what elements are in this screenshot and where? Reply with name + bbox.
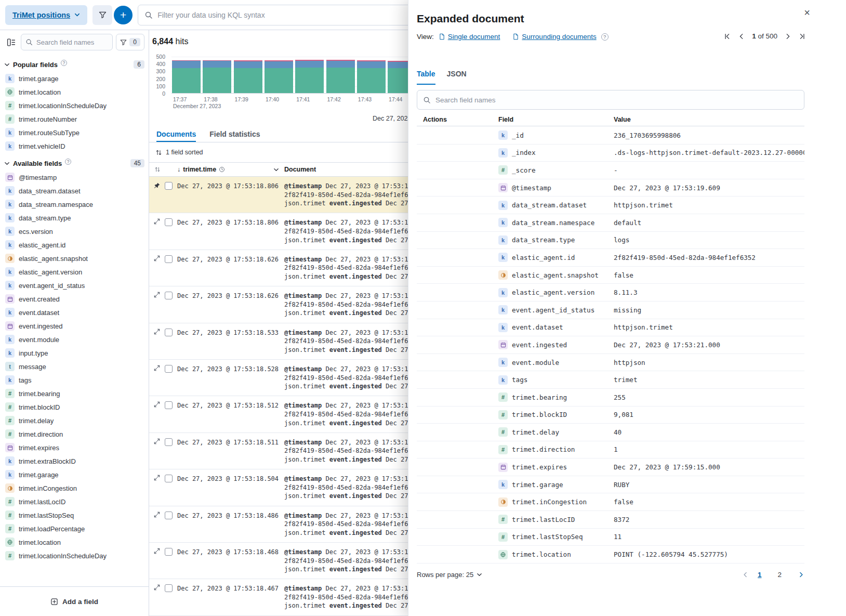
field-item-trimet.locationInScheduleDay[interactable]: #trimet.locationInScheduleDay: [0, 99, 149, 112]
field-item-trimet.bearing[interactable]: #trimet.bearing: [0, 387, 149, 400]
expand-document-icon[interactable]: [154, 401, 161, 409]
histogram-bar[interactable]: [295, 60, 324, 93]
field-item-trimet.lastStopSeq[interactable]: #trimet.lastStopSeq: [0, 508, 149, 522]
histogram-bar[interactable]: [234, 60, 262, 93]
field-item-event.dataset[interactable]: kevent.dataset: [0, 306, 149, 319]
field-item-input.type[interactable]: kinput.type: [0, 346, 149, 360]
keyword-icon: k: [498, 201, 508, 210]
help-icon[interactable]: ?: [601, 33, 609, 41]
expand-document-icon[interactable]: [154, 218, 161, 226]
add-filter-button[interactable]: +: [114, 6, 133, 24]
field-item-trimet.delay[interactable]: #trimet.delay: [0, 414, 149, 427]
rows-per-page-button[interactable]: Rows per page: 25: [417, 571, 482, 579]
field-item-elastic_agent.version[interactable]: kelastic_agent.version: [0, 265, 149, 279]
field-item-trimet.location[interactable]: trimet.location: [0, 535, 149, 549]
field-item-trimet.vehicleID[interactable]: ktrimet.vehicleID: [0, 139, 149, 153]
row-checkbox[interactable]: [165, 365, 173, 373]
field-item-event.agent_id_status[interactable]: kevent.agent_id_status: [0, 279, 149, 292]
row-checkbox[interactable]: [165, 292, 173, 299]
field-item-trimet.garage[interactable]: ktrimet.garage: [0, 468, 149, 481]
page-number-2[interactable]: 2: [777, 571, 782, 579]
expand-document-icon[interactable]: [154, 475, 161, 482]
available-fields-header[interactable]: Available fields ? 45: [0, 153, 149, 171]
surrounding-documents-link[interactable]: Surrounding documents: [512, 33, 596, 41]
close-icon[interactable]: ×: [800, 6, 814, 19]
field-item-@timestamp[interactable]: @timestamp: [0, 171, 149, 184]
saved-query-filter-button[interactable]: [92, 5, 112, 25]
row-checkbox[interactable]: [165, 438, 173, 446]
flyout-field-search-input[interactable]: [435, 96, 798, 104]
field-item-data_stream.dataset[interactable]: kdata_stream.dataset: [0, 184, 149, 198]
next-page-icon[interactable]: [784, 33, 791, 40]
tab-table[interactable]: Table: [417, 70, 435, 85]
popular-fields-header[interactable]: Popular fields ? 6: [0, 54, 149, 72]
sorted-fields-button[interactable]: 1 field sorted: [155, 149, 203, 156]
row-checkbox[interactable]: [165, 218, 173, 226]
field-item-trimet.lastLocID[interactable]: #trimet.lastLocID: [0, 495, 149, 508]
previous-page-icon[interactable]: [738, 33, 745, 40]
next-page-icon[interactable]: [798, 571, 804, 578]
first-page-icon[interactable]: [724, 33, 731, 40]
expand-document-icon[interactable]: [154, 255, 161, 263]
pin-icon[interactable]: [154, 182, 161, 189]
histogram-bar[interactable]: [357, 60, 386, 93]
field-item-event.ingested[interactable]: event.ingested: [0, 319, 149, 333]
row-checkbox[interactable]: [165, 329, 173, 336]
row-checkbox[interactable]: [165, 548, 173, 556]
filter-by-type-button[interactable]: 0: [116, 34, 144, 50]
field-item-trimet.extraBlockID[interactable]: ktrimet.extraBlockID: [0, 454, 149, 468]
field-search-input[interactable]: [36, 38, 108, 46]
row-checkbox[interactable]: [165, 512, 173, 519]
row-checkbox[interactable]: [165, 401, 173, 409]
histogram-bar[interactable]: [265, 60, 293, 93]
field-item-trimet.routeNumber[interactable]: #trimet.routeNumber: [0, 112, 149, 126]
tab-json[interactable]: JSON: [447, 70, 467, 85]
field-item-data_stream.namespace[interactable]: kdata_stream.namespace: [0, 198, 149, 211]
field-item-elastic_agent.id[interactable]: kelastic_agent.id: [0, 238, 149, 252]
field-item-trimet.garage[interactable]: ktrimet.garage: [0, 72, 149, 85]
field-item-trimet.locationInScheduleDay[interactable]: #trimet.locationInScheduleDay: [0, 549, 149, 562]
field-item-event.created[interactable]: event.created: [0, 292, 149, 306]
previous-page-icon[interactable]: [742, 571, 749, 578]
row-checkbox[interactable]: [165, 475, 173, 482]
field-item-ecs.version[interactable]: kecs.version: [0, 225, 149, 238]
expand-document-icon[interactable]: [154, 512, 161, 519]
field-item-trimet.routeSubType[interactable]: ktrimet.routeSubType: [0, 126, 149, 139]
single-document-link[interactable]: Single document: [439, 33, 500, 41]
field-item-message[interactable]: tmessage: [0, 360, 149, 373]
data-view-picker[interactable]: TriMet positions: [5, 5, 87, 25]
last-page-icon[interactable]: [798, 33, 805, 40]
field-item-trimet.inCongestion[interactable]: trimet.inCongestion: [0, 481, 149, 495]
field-item-elastic_agent.snapshot[interactable]: elastic_agent.snapshot: [0, 252, 149, 265]
expand-document-icon[interactable]: [154, 365, 161, 372]
flyout-field-search[interactable]: [417, 90, 804, 110]
row-checkbox[interactable]: [165, 182, 173, 190]
chevron-down-icon[interactable]: [273, 167, 279, 173]
expand-document-icon[interactable]: [154, 292, 161, 299]
expand-document-icon[interactable]: [154, 438, 161, 445]
tab-field-statistics[interactable]: Field statistics: [209, 126, 260, 142]
tab-documents[interactable]: Documents: [156, 126, 196, 142]
add-field-button[interactable]: Add a field: [4, 592, 144, 611]
field-item-event.module[interactable]: kevent.module: [0, 333, 149, 346]
field-item-trimet.location[interactable]: trimet.location: [0, 85, 149, 99]
field-item-trimet.direction[interactable]: #trimet.direction: [0, 427, 149, 441]
field-item-trimet.blockID[interactable]: #trimet.blockID: [0, 400, 149, 414]
time-column-header[interactable]: ↓ trimet.time: [177, 166, 284, 173]
field-item-trimet.expires[interactable]: trimet.expires: [0, 441, 149, 454]
page-number-1[interactable]: 1: [758, 571, 762, 579]
field-item-trimet.loadPercentage[interactable]: #trimet.loadPercentage: [0, 522, 149, 535]
field-item-tags[interactable]: ktags: [0, 373, 149, 387]
histogram-bar[interactable]: [326, 60, 355, 93]
collapse-sidebar-button[interactable]: [4, 35, 18, 49]
expand-document-icon[interactable]: [154, 584, 161, 592]
field-search-box[interactable]: [21, 34, 113, 50]
sortable-icon[interactable]: [154, 166, 161, 173]
row-checkbox[interactable]: [165, 584, 173, 592]
field-item-data_stream.type[interactable]: kdata_stream.type: [0, 211, 149, 225]
row-checkbox[interactable]: [165, 255, 173, 263]
histogram-bar[interactable]: [172, 60, 201, 94]
expand-document-icon[interactable]: [154, 329, 161, 336]
expand-document-icon[interactable]: [154, 548, 161, 555]
histogram-bar[interactable]: [203, 60, 231, 93]
